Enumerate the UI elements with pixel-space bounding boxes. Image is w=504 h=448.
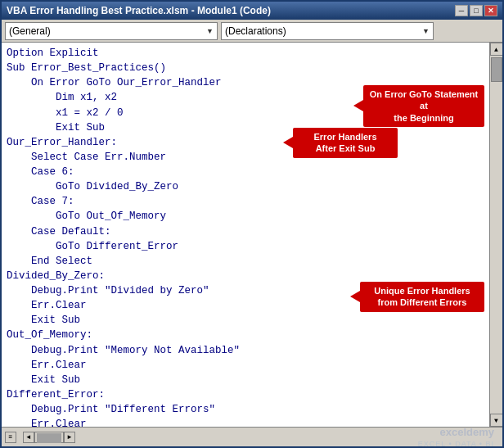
general-dropdown[interactable]: (General) ▼ bbox=[5, 22, 218, 40]
window-title: VBA Error Handling Best Practice.xlsm - … bbox=[7, 5, 271, 16]
declarations-dropdown[interactable]: (Declarations) ▼ bbox=[221, 22, 434, 40]
general-dropdown-value: (General) bbox=[9, 25, 51, 37]
scroll-left-button[interactable]: ◄ bbox=[23, 432, 34, 443]
close-button[interactable]: ✕ bbox=[484, 5, 497, 16]
maximize-button[interactable]: □ bbox=[470, 5, 483, 16]
title-bar: VBA Error Handling Best Practice.xlsm - … bbox=[2, 2, 502, 20]
code-container: Option Explicit Sub Error_Best_Practices… bbox=[2, 43, 489, 427]
watermark: exceldemy EXCEL • DATA • BI bbox=[418, 426, 499, 448]
status-left: ≡ ◄ ► bbox=[5, 432, 79, 443]
annotation-unique-handlers: Unique Error Handlersfrom Different Erro… bbox=[360, 282, 484, 312]
watermark-tagline: EXCEL • DATA • BI bbox=[418, 440, 494, 448]
status-bar: ≡ ◄ ► exceldemy EXCEL • DATA • BI bbox=[2, 427, 502, 446]
scroll-right-button[interactable]: ► bbox=[64, 432, 75, 443]
watermark-logo: exceldemy bbox=[440, 426, 495, 438]
annotation-error-handlers: Error HandlersAfter Exit Sub bbox=[293, 128, 398, 158]
code-area: Option Explicit Sub Error_Best_Practices… bbox=[2, 43, 502, 427]
window: VBA Error Handling Best Practice.xlsm - … bbox=[0, 0, 504, 448]
toolbar: (General) ▼ (Declarations) ▼ bbox=[2, 20, 502, 43]
horizontal-scrollbar[interactable]: ◄ ► bbox=[23, 432, 75, 443]
scroll-track-v bbox=[490, 56, 502, 414]
scroll-track-h bbox=[34, 432, 64, 443]
chevron-down-icon-2: ▼ bbox=[422, 27, 430, 35]
chevron-down-icon: ▼ bbox=[206, 27, 214, 35]
vertical-scrollbar[interactable]: ▲ ▼ bbox=[489, 43, 502, 427]
status-icon-left[interactable]: ≡ bbox=[5, 432, 16, 443]
scroll-up-button[interactable]: ▲ bbox=[490, 43, 503, 56]
window-controls: ─ □ ✕ bbox=[455, 5, 497, 16]
minimize-button[interactable]: ─ bbox=[455, 5, 468, 16]
declarations-dropdown-value: (Declarations) bbox=[225, 25, 286, 37]
scroll-thumb-h bbox=[37, 433, 61, 443]
scroll-down-button[interactable]: ▼ bbox=[490, 414, 503, 427]
annotation-on-error-goto: On Error GoTo Statement atthe Beginning bbox=[363, 85, 484, 127]
